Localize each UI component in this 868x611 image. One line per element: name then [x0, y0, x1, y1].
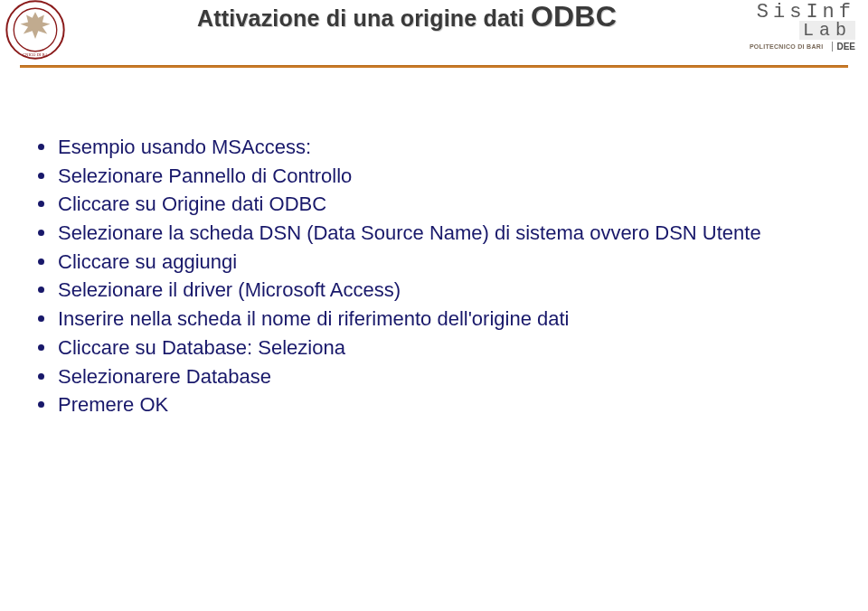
content-area: Esempio usando MSAccess: Selezionare Pan… — [33, 134, 832, 420]
slide-title: Attivazione di una origine dati ODBC — [0, 0, 868, 33]
list-item: Inserire nella scheda il nome di riferim… — [33, 306, 832, 333]
list-item: Cliccare su aggiungi — [33, 249, 832, 276]
slide-header: CNICO DI BA Attivazione di una origine d… — [0, 0, 868, 60]
bullet-list: Esempio usando MSAccess: Selezionare Pan… — [33, 134, 832, 418]
list-item: Selezionare Pannello di Controllo — [33, 163, 832, 190]
list-item: Cliccare su Origine dati ODBC — [33, 191, 832, 218]
list-item: Selezionare la scheda DSN (Data Source N… — [33, 220, 832, 247]
header-divider — [20, 65, 848, 68]
brand-line-2: Lab — [799, 21, 855, 40]
list-item: Cliccare su Database: Seleziona — [33, 334, 832, 362]
list-item: Esempio usando MSAccess: — [33, 134, 832, 161]
brand-block: SisInf Lab POLITECNICO DI BARI DEE — [743, 2, 855, 52]
brand-sub-2: DEE — [832, 42, 855, 52]
svg-text:CNICO DI BA: CNICO DI BA — [23, 52, 49, 57]
list-item: Selezionare il driver (Microsoft Access) — [33, 277, 832, 304]
title-suffix: ODBC — [531, 0, 617, 33]
brand-sub-1: POLITECNICO DI BARI — [750, 43, 824, 50]
list-item: Premere OK — [33, 391, 832, 418]
title-prefix: Attivazione di una origine dati — [197, 5, 531, 31]
list-item: Selezionarere Database — [33, 363, 832, 390]
